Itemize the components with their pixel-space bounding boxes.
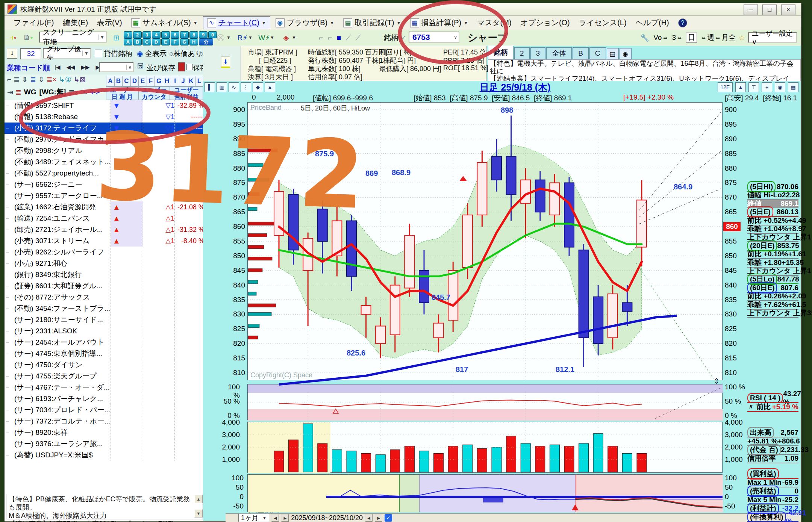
chart-view-icon-2[interactable]: ⊤ <box>748 82 759 92</box>
quick-digit-1[interactable]: 1 <box>124 31 132 38</box>
chart-view-icon-0[interactable]: 12E <box>718 82 733 92</box>
panel-resize-icon[interactable]: ⇕ <box>714 377 720 386</box>
screening-market-combo[interactable]: スクリーニング市場▼ <box>39 32 107 43</box>
quick-letter-A[interactable]: A <box>124 38 132 45</box>
tab-2[interactable]: 2 <box>514 47 530 59</box>
pattern-icons[interactable]: ⌐ ⌐ ■ ⟋ ⟋ <box>317 32 363 44</box>
title-bar[interactable]: 株羅針盤XVII Ver 17.01 正規版 試用中です ─ □ × <box>5 3 801 16</box>
chart-tool-icon-2[interactable]: ∿ <box>229 82 239 92</box>
minimize-button[interactable]: ─ <box>744 5 758 15</box>
count-field[interactable]: 32 <box>20 48 41 59</box>
add-doc-icon[interactable]: 🗎+ <box>23 32 34 44</box>
list-item-7372[interactable]: ┈(サー) 7372:デコルテ・ホー... <box>5 416 203 427</box>
scroll-down-icon[interactable]: ▼ <box>194 509 203 517</box>
saved-sort-combo[interactable]: ∨ <box>99 62 134 72</box>
quick-digit-7[interactable]: 7 <box>180 31 189 38</box>
list-item-9271[interactable]: ┈(小売) 9271:和心 <box>5 258 203 269</box>
rsi-plot[interactable] <box>247 384 723 420</box>
nav-◀◀[interactable]: ◀◀ <box>64 63 77 71</box>
toolbar-right-0[interactable]: Vo⇔ <box>653 33 669 42</box>
list-icons-row1[interactable]: ⌐ ≣ ⇕ ≣ ⇕ ≣× ↳① ↳⊠ <box>6 75 87 84</box>
list-item-4745[interactable]: ┈(サー) 4745:東京個別指導... <box>5 348 203 359</box>
prev-period-button[interactable]: ◀ <box>271 514 279 522</box>
col-letter-F[interactable]: F <box>147 76 155 86</box>
col-letter-I[interactable]: I <box>171 76 179 86</box>
col-letter-A[interactable]: A <box>106 76 115 86</box>
user-setting-combo[interactable]: ユーザー設定 ∨ <box>748 32 797 43</box>
quick-letter-D[interactable]: D <box>152 38 161 45</box>
next-date-button[interactable]: ▶ <box>375 514 382 522</box>
r-flash-icon[interactable]: R⚡▼ <box>237 32 253 44</box>
list-item-2180[interactable]: ┈(サー) 2180:サニーサイド... <box>5 314 203 325</box>
page-icon[interactable]: ▤ <box>607 48 619 59</box>
col-letter-H[interactable]: H <box>163 76 171 86</box>
jump-icon[interactable]: ⤵ <box>7 48 17 59</box>
col-letter-C[interactable]: C <box>122 76 131 86</box>
symbol-code-combo[interactable]: 6753∨ <box>409 32 459 43</box>
grid-icon[interactable]: ⊞ <box>111 32 122 44</box>
menu-o[interactable]: オプション(O) <box>517 17 574 29</box>
quick-digit-3[interactable]: 3 <box>142 31 151 38</box>
quick-letter-B[interactable]: B <box>133 38 142 45</box>
toolbar-right-4[interactable]: ☆ <box>739 33 745 42</box>
quick-digit-5[interactable]: 5 <box>161 31 170 38</box>
list-item-2721[interactable]: ┈(卸売) 2721:ジェイホール...▲△ 1-31.32 % <box>5 224 203 235</box>
col-letter-B[interactable]: B <box>114 76 123 86</box>
menu-m[interactable]: マスタ(M) <box>473 17 515 29</box>
down-arrow-icon[interactable]: ⬇ <box>221 56 230 68</box>
quick-letter-E[interactable]: E <box>161 38 170 45</box>
close-button[interactable]: × <box>781 5 795 15</box>
prev-date-button[interactable]: ◀ <box>365 514 373 522</box>
quick-letter-G[interactable]: G <box>180 38 189 45</box>
compass-icon[interactable]: ◈▼ <box>280 32 296 44</box>
chart-tool-icon-5[interactable]: ▲ <box>265 82 275 92</box>
next-period-button[interactable]: ▶ <box>281 514 289 522</box>
wrench-icon[interactable]: 🔧 <box>639 32 650 43</box>
menu-l[interactable]: ライセンス(L) <box>575 17 630 29</box>
sync-checkbox[interactable]: ✓ <box>385 514 392 522</box>
tab-銘柄[interactable]: 銘柄 <box>488 46 514 59</box>
list-item-2331[interactable]: ┈(サー) 2331:ALSOK <box>5 325 203 337</box>
tab-C[interactable]: C <box>589 47 606 59</box>
column-header-user-dwm[interactable]: ユーザー日 週 月 <box>106 86 138 100</box>
menu-b[interactable]: ◉ブラウザ(B)▼ <box>272 17 338 29</box>
quick-letter-C[interactable]: C <box>142 38 151 45</box>
list-item-6193[interactable]: ┈(サー) 6193:バーチャレク... <box>5 393 203 404</box>
volume-plot[interactable] <box>247 422 723 473</box>
simulation-plot[interactable] <box>247 474 723 512</box>
tab-3[interactable]: 3 <box>530 47 546 59</box>
chart-view-icon-5[interactable]: ▦ <box>788 82 798 92</box>
quick-minute-button[interactable]: 分 <box>199 38 213 45</box>
quick-digit-2[interactable]: 2 <box>133 31 142 38</box>
toolbar-right-1[interactable]: 3⇔ <box>672 33 683 42</box>
maximize-button[interactable]: □ <box>762 5 777 15</box>
list-item-8920[interactable]: ┈(サー) 8920:東祥 <box>5 427 203 438</box>
col-letter-K[interactable]: K <box>187 76 195 86</box>
chart-view-icon-1[interactable]: ▲ <box>735 82 746 92</box>
list-icons-row2[interactable]: ⇥ ≣ WG [WG:無] ≣× <-4-> <box>6 87 100 97</box>
col-letter-L[interactable]: L <box>195 76 204 86</box>
sort-save-icon[interactable]: 🖫 <box>137 62 144 70</box>
list-item-USDJPY=X[interactable]: ┈(為替) USDJPY=X:米国$ <box>5 449 203 461</box>
w-flash-icon[interactable]: W⚡▼ <box>259 32 274 44</box>
menu-[interactable]: ? <box>674 17 691 29</box>
col-letter-J[interactable]: J <box>179 76 188 86</box>
scroll-up-icon[interactable]: ▲ <box>194 495 203 503</box>
column-header-counter[interactable]: ユーザーカウンタ(日) <box>138 86 170 100</box>
list-item-8349[interactable]: ┈(銀行) 8349:東北銀行 <box>5 269 203 280</box>
menu-h[interactable]: ヘルプ(H) <box>632 17 673 29</box>
list-item-8772[interactable]: ┈(その) 8772:アサックス <box>5 292 203 303</box>
list-item-4767[interactable]: ┈(サー) 4767:テー・オー・ダ... <box>5 382 203 393</box>
menu-s[interactable]: ▦サムネイル(S)▼ <box>127 17 201 29</box>
group-priority-combo[interactable]: グループ優先▼ <box>43 48 91 59</box>
chart-tool-icon-0[interactable]: ▌ <box>205 82 215 92</box>
quick-digit-6[interactable]: 6 <box>171 31 179 38</box>
quick-digit-8[interactable]: 8 <box>189 31 198 38</box>
quick-digit-4[interactable]: 4 <box>152 31 161 38</box>
symbol-check-icon[interactable]: ✓ <box>401 32 406 44</box>
list-item-3454[interactable]: ┈(不動) 3454:ファーストブラ... <box>5 303 203 314</box>
summary-scroll[interactable]: ▲ ▼ <box>194 495 202 517</box>
chart-tool-icon-4[interactable]: ◆ <box>253 82 263 92</box>
list-item-4755[interactable]: ┈(サー) 4755:楽天グループ <box>5 371 203 382</box>
tab-B[interactable]: B <box>573 47 589 59</box>
